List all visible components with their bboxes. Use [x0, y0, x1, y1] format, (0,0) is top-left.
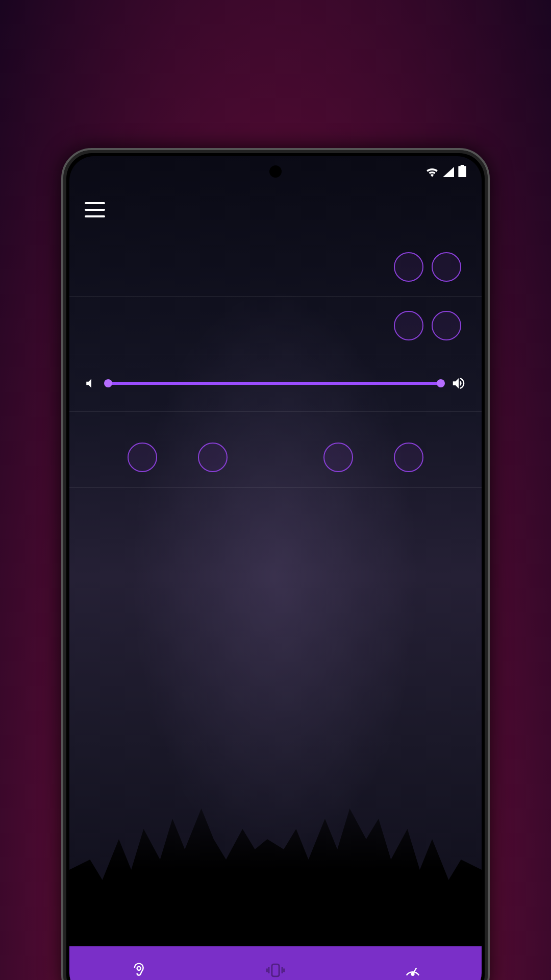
max-minus-button[interactable]: [323, 443, 353, 472]
speaker-high-icon: [451, 376, 466, 391]
sensitivity-stepper: [394, 311, 461, 340]
camera-notch: [269, 165, 282, 178]
min-volume-col: [80, 427, 276, 472]
nav-with-noise[interactable]: [69, 946, 207, 980]
status-icons: [425, 165, 466, 181]
sensitivity-minus-button[interactable]: [394, 311, 423, 340]
slider-thumb-min[interactable]: [104, 379, 112, 387]
speaker-low-icon: [85, 377, 98, 390]
volume-slider-section: [69, 355, 482, 412]
min-minus-button[interactable]: [128, 443, 157, 472]
interval-plus-button[interactable]: [432, 252, 461, 282]
max-volume-col: [276, 427, 471, 472]
interval-stepper: [394, 252, 461, 282]
sensitivity-plus-button[interactable]: [432, 311, 461, 340]
volume-range-slider[interactable]: [108, 376, 441, 391]
svg-point-0: [137, 967, 140, 970]
min-plus-button[interactable]: [198, 443, 228, 472]
phone-frame: [61, 148, 490, 980]
signal-icon: [443, 165, 454, 181]
svg-rect-1: [272, 964, 279, 976]
battery-icon: [458, 165, 466, 181]
max-plus-button[interactable]: [394, 443, 423, 472]
interval-minus-button[interactable]: [394, 252, 423, 282]
vibrate-icon: [266, 961, 285, 979]
wifi-icon: [425, 165, 439, 181]
ear-icon: [131, 961, 146, 979]
gauge-icon: [404, 961, 421, 979]
bottom-nav: [69, 946, 482, 980]
phone-screen: [69, 156, 482, 980]
content-area: [69, 238, 482, 946]
app-bar: [69, 192, 482, 228]
sensitivity-row: [69, 297, 482, 355]
svg-point-2: [412, 973, 414, 975]
volume-limits-row: [69, 412, 482, 488]
interval-row: [69, 238, 482, 297]
nav-with-shake[interactable]: [207, 946, 344, 980]
nav-with-speed[interactable]: [344, 946, 482, 980]
menu-icon[interactable]: [85, 202, 105, 217]
slider-thumb-max[interactable]: [437, 379, 445, 387]
